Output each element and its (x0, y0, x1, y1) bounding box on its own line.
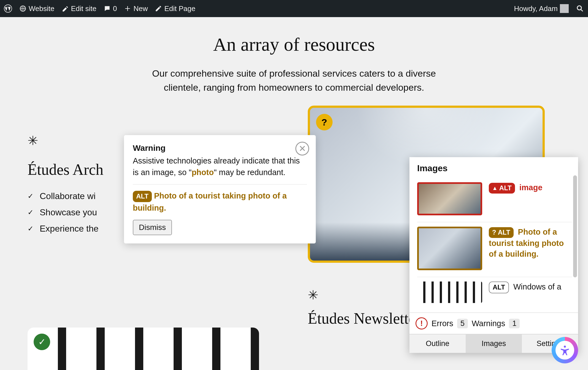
howdy-user[interactable]: Howdy, Adam (514, 4, 569, 13)
check-icon: ✓ (28, 224, 34, 233)
thumb-image (417, 182, 482, 215)
building-windows-image: ✓ (28, 328, 259, 370)
new-label: New (133, 4, 148, 13)
check-icon: ✓ (28, 208, 34, 217)
comments-count: 0 (113, 4, 117, 13)
popover-body: Assistive technologies already indicate … (133, 155, 307, 178)
edit-site-link[interactable]: Edit site (61, 4, 96, 13)
warnings-label: Warnings (472, 319, 505, 328)
hero-section: An array of resources Our comprehensive … (134, 34, 454, 95)
thumb-image (417, 281, 482, 303)
image-row-warning[interactable]: ? ALT Photo of a tourist taking photo of… (417, 222, 572, 277)
alt-warning-badge: ? ALT (489, 227, 514, 238)
tab-outline[interactable]: Outline (409, 334, 466, 353)
edit-page-link[interactable]: Edit Page (155, 4, 195, 13)
wp-admin-bar: Website Edit site 0 New Edit Page Howdy,… (0, 0, 588, 17)
alt-badge: ALT (133, 191, 152, 202)
check-icon: ✓ (28, 192, 34, 200)
error-icon: ! (416, 317, 428, 329)
errors-count: 5 (457, 319, 468, 328)
page-title: An array of resources (134, 34, 454, 55)
page-subtitle: Our comprehensive suite of professional … (134, 66, 454, 95)
warnings-count: 1 (509, 319, 520, 328)
question-icon: ? (492, 228, 496, 237)
edit-page-label: Edit Page (164, 4, 195, 13)
svg-point-0 (4, 5, 12, 12)
svg-point-3 (564, 346, 566, 348)
site-label: Website (29, 4, 54, 13)
thumb-image (417, 227, 482, 270)
close-button[interactable]: ✕ (295, 142, 309, 155)
warning-triangle-icon: ▲ (492, 184, 498, 192)
svg-point-2 (577, 6, 581, 10)
tab-images[interactable]: Images (466, 334, 522, 353)
comments-link[interactable]: 0 (104, 4, 117, 13)
wordpress-logo-icon[interactable] (4, 4, 12, 13)
alt-error-badge: ▲ ALT (489, 183, 515, 193)
scrollbar[interactable] (573, 175, 577, 277)
errors-label: Errors (431, 319, 453, 328)
site-link[interactable]: Website (19, 4, 54, 13)
popover-alt-line: ALT Photo of a tourist taking photo of a… (133, 190, 307, 214)
newsletter-heading: Études Newsletter (308, 310, 420, 327)
a11y-panel: Images ▲ ALT image ? ALT Photo of a tour… (409, 157, 578, 353)
image-row-ok[interactable]: ALT Windows of a (417, 277, 572, 310)
alt-ok-badge: ALT (489, 281, 509, 293)
avatar-icon (560, 4, 569, 13)
new-link[interactable]: New (124, 4, 148, 13)
panel-summary: ! Errors 5 Warnings 1 (409, 312, 578, 334)
dismiss-button[interactable]: Dismiss (133, 220, 172, 235)
popover-title: Warning (133, 143, 307, 153)
ok-badge-icon: ✓ (34, 334, 50, 350)
search-icon[interactable] (576, 4, 584, 13)
question-badge-icon[interactable]: ? (316, 114, 333, 130)
accessibility-fab-button[interactable] (552, 337, 578, 363)
image-row-error[interactable]: ▲ ALT image (417, 178, 572, 222)
asterisk-icon: ✳ (308, 288, 319, 302)
edit-site-label: Edit site (71, 4, 96, 13)
accessibility-icon (559, 344, 571, 356)
warning-popover: ✕ Warning Assistive technologies already… (124, 135, 316, 243)
panel-header: Images (417, 163, 570, 173)
